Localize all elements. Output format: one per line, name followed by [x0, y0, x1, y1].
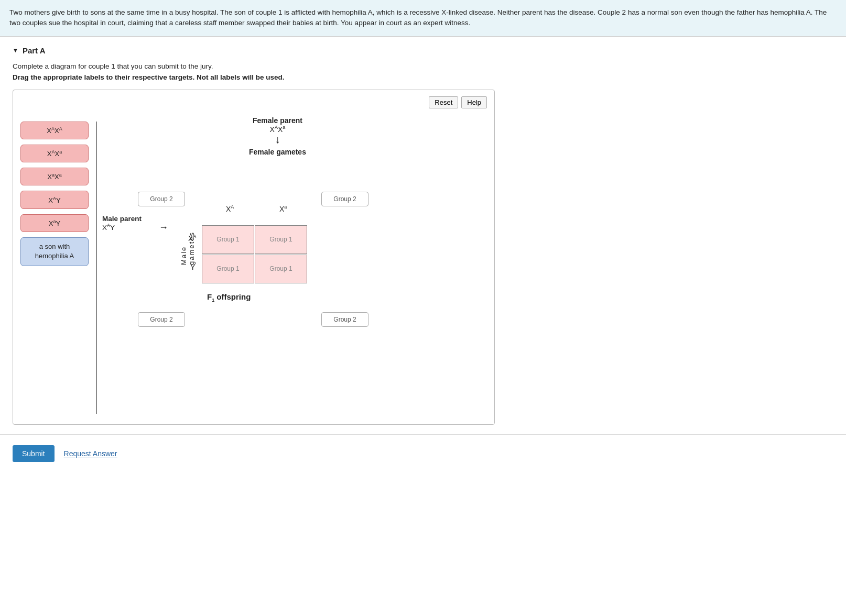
ps-cell-r1c1[interactable]: Group 1: [202, 225, 254, 254]
group2-bottom-left-text: Group 2: [150, 316, 172, 323]
top-buttons: Reset Help: [429, 96, 487, 108]
group2-bottom-left[interactable]: Group 2: [138, 312, 185, 327]
part-a-title: Part A: [23, 46, 46, 55]
label-xay-text: XAY: [48, 196, 60, 204]
group2-bottom-right-text: Group 2: [333, 316, 356, 323]
submit-button[interactable]: Submit: [13, 445, 55, 462]
group2-box-top-right[interactable]: Group 2: [321, 192, 368, 206]
male-gamete-1-label: XA: [188, 234, 196, 243]
label-xaxa2-text: XAXa: [47, 150, 62, 158]
intro-box: Two mothers give birth to sons at the sa…: [0, 0, 846, 37]
male-parent-genotype: XAY: [102, 223, 142, 232]
male-arrow: →: [159, 222, 168, 233]
label-son-hemophilia-text: a son with hemophilia A: [35, 243, 74, 260]
ps-cell-r1c2-text: Group 1: [269, 236, 292, 243]
ps-cell-r2c1-text: Group 1: [216, 265, 239, 272]
instruction1: Complete a diagram for couple 1 that you…: [13, 62, 833, 70]
part-a-section: ▼ Part A Complete a diagram for couple 1…: [0, 37, 846, 434]
label-xaxa[interactable]: XAXA: [20, 122, 89, 139]
female-parent-label: Female parent: [249, 116, 306, 125]
group2-top-right[interactable]: Group 2: [321, 192, 368, 206]
label-xaxa3[interactable]: XaXa: [20, 168, 89, 185]
female-parent-genotype: XAXa: [249, 125, 306, 134]
group2-box-top-left[interactable]: Group 2: [138, 192, 185, 206]
request-answer-button[interactable]: Request Answer: [64, 449, 117, 458]
female-parent-section: Female parent XAXa ↓ Female gametes: [249, 116, 306, 157]
label-xaxa3-text: XaXa: [47, 173, 61, 181]
female-gamete-2-label: Xa: [279, 204, 287, 213]
label-xay[interactable]: XAY: [20, 191, 89, 208]
ps-cell-r1c1-text: Group 1: [216, 236, 239, 243]
intro-text: Two mothers give birth to sons at the sa…: [9, 8, 827, 27]
female-gamete-1-label: XA: [226, 204, 234, 213]
female-gametes-label: Female gametes: [249, 148, 306, 156]
ps-cell-r2c2[interactable]: Group 1: [255, 255, 307, 283]
divider-line: [96, 122, 97, 414]
submit-area: Submit Request Answer: [0, 434, 846, 472]
help-button[interactable]: Help: [461, 96, 487, 108]
group2-box-bottom-left[interactable]: Group 2: [138, 312, 185, 327]
label-xaxa2[interactable]: XAXa: [20, 145, 89, 162]
ps-cell-r2c2-text: Group 1: [269, 265, 292, 272]
group2-bottom-right[interactable]: Group 2: [321, 312, 368, 327]
left-label-panel: XAXA XAXa XaXa XAY XaY a son with hemoph…: [20, 122, 89, 266]
group2-top-left-text: Group 2: [150, 195, 172, 203]
diagram-main: Female parent XAXa ↓ Female gametes XA X…: [102, 116, 489, 419]
group2-box-bottom-right[interactable]: Group 2: [321, 312, 368, 327]
male-parent-label: Male parent: [102, 215, 142, 223]
f1-text: F1 offspring: [207, 292, 251, 301]
group2-top-left[interactable]: Group 2: [138, 192, 185, 206]
label-xaxa-text: XAXA: [47, 127, 62, 135]
ps-cell-r1c2[interactable]: Group 1: [255, 225, 307, 254]
label-xay2-text: XaY: [49, 219, 60, 227]
male-gamete-2-label: Y: [190, 263, 195, 271]
reset-button[interactable]: Reset: [429, 96, 458, 108]
group2-top-right-text: Group 2: [333, 195, 356, 203]
part-a-header[interactable]: ▼ Part A: [13, 46, 833, 55]
instruction2: Drag the appropriate labels to their res…: [13, 73, 833, 81]
chevron-down-icon: ▼: [13, 47, 18, 53]
label-son-hemophilia[interactable]: a son with hemophilia A: [20, 237, 89, 266]
f1-offspring-label: F1 offspring: [207, 292, 251, 303]
label-xay2[interactable]: XaY: [20, 214, 89, 232]
diagram-container: Reset Help XAXA XAXa XaXa XAY XaY a son …: [13, 90, 495, 425]
ps-cell-r2c1[interactable]: Group 1: [202, 255, 254, 283]
female-arrow-down: ↓: [249, 133, 306, 146]
male-parent-section: Male parent XAY: [102, 215, 142, 232]
